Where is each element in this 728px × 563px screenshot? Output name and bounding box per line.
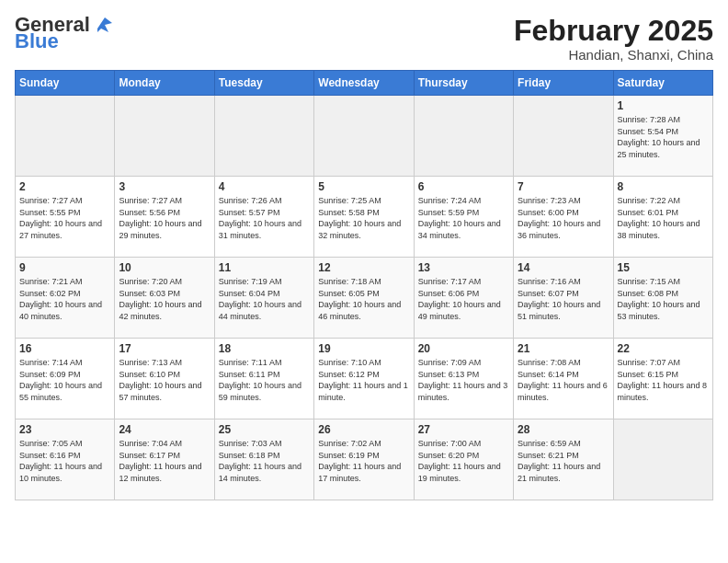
- day-cell: 1Sunrise: 7:28 AM Sunset: 5:54 PM Daylig…: [613, 96, 712, 177]
- day-info: Sunrise: 7:28 AM Sunset: 5:54 PM Dayligh…: [618, 114, 709, 160]
- svg-marker-0: [97, 17, 112, 32]
- day-info: Sunrise: 7:15 AM Sunset: 6:08 PM Dayligh…: [618, 276, 709, 322]
- day-number: 19: [318, 342, 409, 355]
- day-info: Sunrise: 7:13 AM Sunset: 6:10 PM Dayligh…: [119, 357, 210, 403]
- day-info: Sunrise: 7:26 AM Sunset: 5:57 PM Dayligh…: [219, 195, 310, 241]
- day-info: Sunrise: 7:27 AM Sunset: 5:56 PM Dayligh…: [119, 195, 210, 241]
- day-cell: 10Sunrise: 7:20 AM Sunset: 6:03 PM Dayli…: [115, 258, 214, 339]
- day-info: Sunrise: 7:23 AM Sunset: 6:00 PM Dayligh…: [518, 195, 609, 241]
- header-tuesday: Tuesday: [214, 71, 313, 96]
- day-cell: 7Sunrise: 7:23 AM Sunset: 6:00 PM Daylig…: [514, 177, 613, 258]
- day-info: Sunrise: 7:02 AM Sunset: 6:19 PM Dayligh…: [318, 438, 409, 484]
- header-wednesday: Wednesday: [314, 71, 414, 96]
- day-info: Sunrise: 7:08 AM Sunset: 6:14 PM Dayligh…: [518, 357, 609, 403]
- day-cell: 6Sunrise: 7:24 AM Sunset: 5:59 PM Daylig…: [414, 177, 513, 258]
- day-cell: 22Sunrise: 7:07 AM Sunset: 6:15 PM Dayli…: [613, 339, 712, 419]
- weekday-header-row: SundayMondayTuesdayWednesdayThursdayFrid…: [16, 71, 713, 96]
- day-info: Sunrise: 7:18 AM Sunset: 6:05 PM Dayligh…: [318, 276, 409, 322]
- day-number: 4: [219, 180, 310, 193]
- day-cell: 9Sunrise: 7:21 AM Sunset: 6:02 PM Daylig…: [16, 258, 115, 339]
- header-friday: Friday: [514, 71, 613, 96]
- day-cell: 4Sunrise: 7:26 AM Sunset: 5:57 PM Daylig…: [214, 177, 313, 258]
- header-sunday: Sunday: [16, 71, 115, 96]
- day-info: Sunrise: 7:14 AM Sunset: 6:09 PM Dayligh…: [19, 357, 110, 403]
- day-info: Sunrise: 7:04 AM Sunset: 6:17 PM Dayligh…: [119, 438, 210, 484]
- day-info: Sunrise: 6:59 AM Sunset: 6:21 PM Dayligh…: [518, 438, 609, 484]
- day-cell: 26Sunrise: 7:02 AM Sunset: 6:19 PM Dayli…: [314, 419, 414, 500]
- day-cell: [414, 96, 513, 177]
- day-info: Sunrise: 7:07 AM Sunset: 6:15 PM Dayligh…: [618, 357, 709, 403]
- day-info: Sunrise: 7:09 AM Sunset: 6:13 PM Dayligh…: [418, 357, 509, 403]
- day-cell: 5Sunrise: 7:25 AM Sunset: 5:58 PM Daylig…: [314, 177, 414, 258]
- day-cell: 21Sunrise: 7:08 AM Sunset: 6:14 PM Dayli…: [514, 339, 613, 419]
- day-info: Sunrise: 7:25 AM Sunset: 5:58 PM Dayligh…: [318, 195, 409, 241]
- day-number: 6: [418, 180, 509, 193]
- day-number: 17: [119, 342, 210, 355]
- day-number: 18: [219, 342, 310, 355]
- day-cell: 23Sunrise: 7:05 AM Sunset: 6:16 PM Dayli…: [16, 419, 115, 500]
- day-number: 13: [418, 261, 509, 274]
- day-cell: [115, 96, 214, 177]
- day-cell: 2Sunrise: 7:27 AM Sunset: 5:55 PM Daylig…: [16, 177, 115, 258]
- logo-blue-text: Blue: [15, 31, 59, 52]
- day-number: 5: [318, 180, 409, 193]
- day-info: Sunrise: 7:27 AM Sunset: 5:55 PM Dayligh…: [19, 195, 110, 241]
- day-info: Sunrise: 7:21 AM Sunset: 6:02 PM Dayligh…: [19, 276, 110, 322]
- day-number: 22: [618, 342, 709, 355]
- day-info: Sunrise: 7:11 AM Sunset: 6:11 PM Dayligh…: [219, 357, 310, 403]
- day-info: Sunrise: 7:05 AM Sunset: 6:16 PM Dayligh…: [19, 438, 110, 484]
- day-info: Sunrise: 7:22 AM Sunset: 6:01 PM Dayligh…: [618, 195, 709, 241]
- day-number: 12: [318, 261, 409, 274]
- week-row-1: 1Sunrise: 7:28 AM Sunset: 5:54 PM Daylig…: [16, 96, 713, 177]
- day-cell: 16Sunrise: 7:14 AM Sunset: 6:09 PM Dayli…: [16, 339, 115, 419]
- day-number: 7: [518, 180, 609, 193]
- day-number: 2: [19, 180, 110, 193]
- calendar-title: February 2025: [514, 15, 713, 47]
- page-header: General Blue February 2025 Handian, Shan…: [15, 15, 713, 63]
- week-row-5: 23Sunrise: 7:05 AM Sunset: 6:16 PM Dayli…: [16, 419, 713, 500]
- week-row-3: 9Sunrise: 7:21 AM Sunset: 6:02 PM Daylig…: [16, 258, 713, 339]
- day-cell: 3Sunrise: 7:27 AM Sunset: 5:56 PM Daylig…: [115, 177, 214, 258]
- day-number: 1: [618, 99, 709, 112]
- logo-bird-icon: [92, 16, 112, 32]
- day-cell: 14Sunrise: 7:16 AM Sunset: 6:07 PM Dayli…: [514, 258, 613, 339]
- day-number: 28: [518, 423, 609, 436]
- day-number: 8: [618, 180, 709, 193]
- day-number: 24: [119, 423, 210, 436]
- day-cell: [16, 96, 115, 177]
- calendar-table: SundayMondayTuesdayWednesdayThursdayFrid…: [15, 70, 713, 500]
- header-monday: Monday: [115, 71, 214, 96]
- day-info: Sunrise: 7:19 AM Sunset: 6:04 PM Dayligh…: [219, 276, 310, 322]
- header-thursday: Thursday: [414, 71, 513, 96]
- day-cell: 24Sunrise: 7:04 AM Sunset: 6:17 PM Dayli…: [115, 419, 214, 500]
- day-cell: 20Sunrise: 7:09 AM Sunset: 6:13 PM Dayli…: [414, 339, 513, 419]
- day-cell: 13Sunrise: 7:17 AM Sunset: 6:06 PM Dayli…: [414, 258, 513, 339]
- week-row-4: 16Sunrise: 7:14 AM Sunset: 6:09 PM Dayli…: [16, 339, 713, 419]
- day-info: Sunrise: 7:00 AM Sunset: 6:20 PM Dayligh…: [418, 438, 509, 484]
- day-cell: 11Sunrise: 7:19 AM Sunset: 6:04 PM Dayli…: [214, 258, 313, 339]
- day-info: Sunrise: 7:20 AM Sunset: 6:03 PM Dayligh…: [119, 276, 210, 322]
- day-number: 26: [318, 423, 409, 436]
- day-cell: 12Sunrise: 7:18 AM Sunset: 6:05 PM Dayli…: [314, 258, 414, 339]
- day-number: 14: [518, 261, 609, 274]
- day-number: 16: [19, 342, 110, 355]
- day-cell: [214, 96, 313, 177]
- day-number: 15: [618, 261, 709, 274]
- day-cell: 19Sunrise: 7:10 AM Sunset: 6:12 PM Dayli…: [314, 339, 414, 419]
- title-block: February 2025 Handian, Shanxi, China: [514, 15, 713, 63]
- day-number: 11: [219, 261, 310, 274]
- day-number: 3: [119, 180, 210, 193]
- week-row-2: 2Sunrise: 7:27 AM Sunset: 5:55 PM Daylig…: [16, 177, 713, 258]
- day-cell: 27Sunrise: 7:00 AM Sunset: 6:20 PM Dayli…: [414, 419, 513, 500]
- day-info: Sunrise: 7:10 AM Sunset: 6:12 PM Dayligh…: [318, 357, 409, 403]
- logo: General Blue: [15, 15, 112, 52]
- day-number: 9: [19, 261, 110, 274]
- day-number: 20: [418, 342, 509, 355]
- day-cell: [613, 419, 712, 500]
- day-info: Sunrise: 7:16 AM Sunset: 6:07 PM Dayligh…: [518, 276, 609, 322]
- day-number: 23: [19, 423, 110, 436]
- day-info: Sunrise: 7:17 AM Sunset: 6:06 PM Dayligh…: [418, 276, 509, 322]
- day-cell: 25Sunrise: 7:03 AM Sunset: 6:18 PM Dayli…: [214, 419, 313, 500]
- day-number: 25: [219, 423, 310, 436]
- calendar-subtitle: Handian, Shanxi, China: [514, 47, 713, 63]
